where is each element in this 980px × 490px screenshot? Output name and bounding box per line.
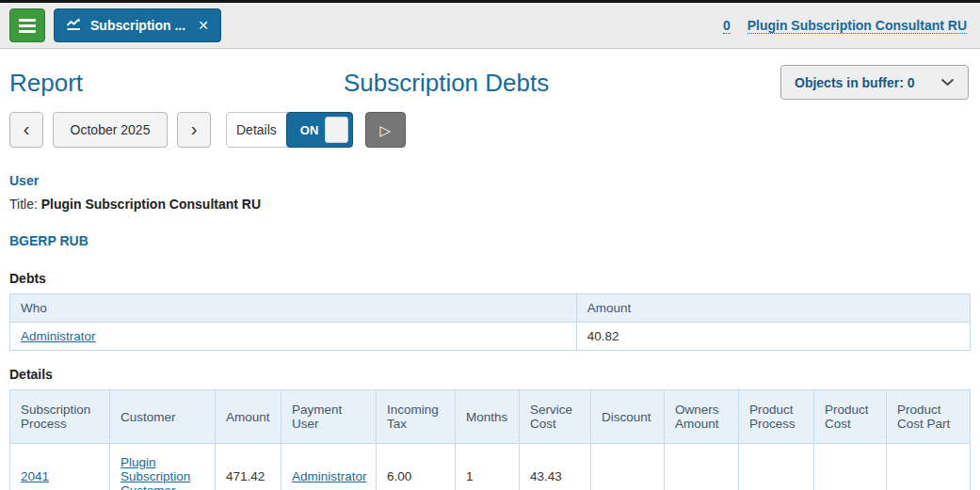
- details-product-cost-cell: [814, 444, 887, 490]
- report-page: Report Subscription Debts Objects in buf…: [0, 64, 980, 490]
- details-col-service-cost: Service Cost: [520, 390, 591, 444]
- debts-table: Who Amount Administrator 40.82: [9, 293, 971, 351]
- details-header-row: Subscription Process Customer Amount Pay…: [10, 390, 971, 444]
- toggle-state-label: ON: [287, 123, 319, 137]
- details-service-cost-cell: 43.43: [520, 444, 591, 490]
- details-process-cell: 2041: [10, 444, 110, 490]
- details-col-amount: Amount: [216, 390, 281, 444]
- details-col-product-cost: Product Cost: [814, 390, 887, 444]
- subscription-process-link[interactable]: 2041: [21, 469, 49, 483]
- next-period-button[interactable]: ›: [177, 112, 211, 148]
- chevron-down-icon: [940, 78, 955, 87]
- toggle-knob: [325, 117, 348, 143]
- buffer-count-link[interactable]: 0: [723, 18, 731, 34]
- details-discount-cell: [591, 444, 665, 490]
- details-table: Subscription Process Customer Amount Pay…: [9, 389, 971, 490]
- payment-user-link[interactable]: Administrator: [292, 469, 367, 483]
- details-col-months: Months: [456, 390, 520, 444]
- topbar-user-area: 0 Plugin Subscription Consultant RU: [723, 18, 971, 34]
- current-user-link[interactable]: Plugin Subscription Consultant RU: [747, 18, 967, 34]
- header-row: Report Subscription Debts Objects in buf…: [9, 64, 971, 103]
- details-months-cell: 1: [456, 444, 520, 490]
- chart-trend-icon: [66, 18, 82, 34]
- details-table-row: 2041 Plugin Subscription Customer 471.42…: [10, 444, 971, 490]
- details-col-customer: Customer: [110, 390, 216, 444]
- details-product-process-cell: [739, 444, 814, 490]
- details-toggle-group: Details ON: [226, 112, 353, 148]
- play-icon: ▷: [380, 123, 392, 137]
- details-product-cost-part-cell: [887, 444, 971, 490]
- report-controls: ‹ October 2025 › Details ON ▷: [9, 112, 971, 148]
- details-col-product-cost-part: Product Cost Part: [887, 390, 971, 444]
- user-title-label: Title:: [9, 197, 38, 212]
- user-section-heading: User: [9, 173, 971, 188]
- debts-col-who: Who: [10, 294, 577, 323]
- details-section-heading: Details: [9, 367, 971, 382]
- debts-header-row: Who Amount: [10, 294, 971, 323]
- report-title: Subscription Debts: [344, 64, 549, 102]
- details-col-discount: Discount: [591, 390, 665, 444]
- details-owners-amount-cell: [665, 444, 739, 490]
- run-report-button[interactable]: ▷: [365, 112, 406, 148]
- debts-amount-cell: 40.82: [576, 323, 970, 351]
- details-amount-cell: 471.42: [216, 444, 281, 490]
- details-toggle-label: Details: [227, 122, 286, 137]
- details-col-owners-amount: Owners Amount: [665, 390, 739, 444]
- details-payment-user-cell: Administrator: [281, 444, 377, 490]
- currency-section-heading: BGERP RUB: [9, 233, 971, 248]
- debts-who-cell: Administrator: [10, 323, 577, 351]
- details-col-incoming-tax: Incoming Tax: [377, 390, 456, 444]
- user-title-line: Title: Plugin Subscription Consultant RU: [9, 197, 971, 212]
- details-incoming-tax-cell: 6.00: [377, 444, 456, 490]
- details-col-payment-user: Payment User: [281, 390, 377, 444]
- tab-label: Subscription ...: [90, 18, 185, 33]
- topbar: Subscription ... ✕ 0 Plugin Subscription…: [0, 3, 980, 49]
- debts-who-link[interactable]: Administrator: [21, 329, 96, 343]
- user-title-value: Plugin Subscription Consultant RU: [41, 197, 261, 212]
- details-col-subscription-process: Subscription Process: [10, 390, 110, 444]
- details-toggle-switch[interactable]: ON: [286, 112, 353, 148]
- close-icon[interactable]: ✕: [198, 18, 209, 33]
- period-button[interactable]: October 2025: [53, 112, 168, 148]
- hamburger-icon: [19, 19, 36, 33]
- menu-button[interactable]: [9, 8, 45, 42]
- details-col-product-process: Product Process: [739, 390, 814, 444]
- debts-col-amount: Amount: [576, 294, 970, 323]
- tab-subscription-report[interactable]: Subscription ... ✕: [54, 8, 221, 42]
- prev-period-button[interactable]: ‹: [9, 112, 43, 148]
- objects-in-buffer-label: Objects in buffer: 0: [795, 75, 915, 90]
- debts-table-row: Administrator 40.82: [10, 323, 971, 351]
- debts-section-heading: Debts: [9, 271, 971, 286]
- customer-link[interactable]: Plugin Subscription Customer: [120, 455, 190, 490]
- objects-in-buffer-button[interactable]: Objects in buffer: 0: [780, 65, 969, 100]
- details-customer-cell: Plugin Subscription Customer: [110, 444, 216, 490]
